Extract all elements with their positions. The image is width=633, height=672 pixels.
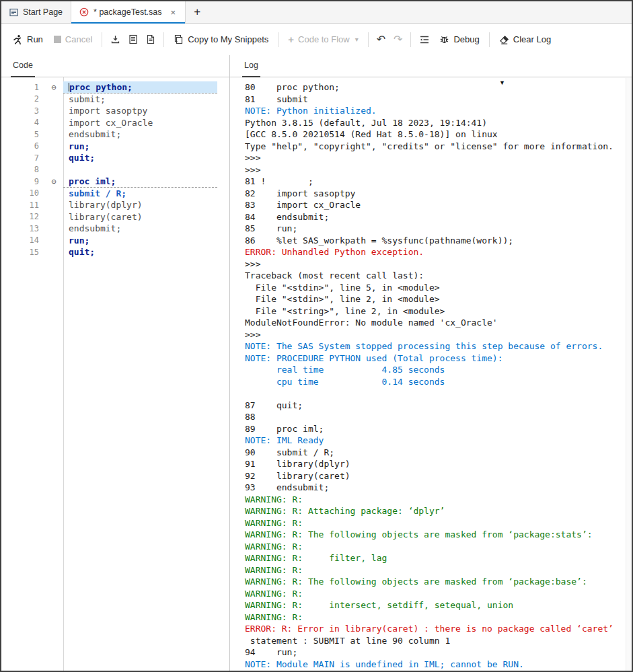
log-line: WARNING: R: Attaching package: ‘dplyr’	[245, 506, 624, 518]
new-tab-button[interactable]: +	[186, 1, 209, 23]
line-number: 5	[1, 130, 44, 139]
toolbar-separator	[102, 32, 102, 47]
chevron-down-icon: ▾	[355, 36, 359, 43]
code-text: proc iml;	[63, 176, 217, 188]
copy-icon	[174, 34, 184, 44]
log-line: ERROR: R: Error in library(caret) : ther…	[245, 624, 624, 636]
fold-toggle-icon[interactable]: ⊖	[44, 83, 63, 91]
format-code-icon	[419, 35, 430, 44]
log-line: 87 quit;	[245, 400, 624, 412]
log-line: NOTE: PROCEDURE PYTHON used (Total proce…	[245, 353, 624, 365]
log-line: 94 run;	[245, 647, 624, 659]
line-number: 8	[1, 165, 44, 174]
log-line: File "<stdin>", line 5, in <module>	[245, 283, 624, 295]
code-line-5[interactable]: 5endsubmit;	[1, 128, 229, 141]
undo-icon: ↶	[377, 34, 385, 45]
code-line-8[interactable]: 8	[1, 164, 229, 176]
log-line: 82 import sasoptpy	[245, 188, 624, 200]
log-panel-header: Log	[230, 55, 632, 77]
log-line: WARNING: R: The following objects are ma…	[245, 576, 624, 589]
submission-history-button[interactable]	[106, 30, 124, 48]
debug-button[interactable]: Debug	[434, 30, 484, 48]
stop-icon	[54, 36, 61, 43]
log-line: >>>	[245, 165, 624, 177]
log-line: Traceback (most recent call last):	[245, 270, 624, 283]
line-number: 15	[1, 248, 44, 257]
tab-start-page[interactable]: Start Page	[1, 1, 71, 23]
run-icon	[12, 34, 23, 45]
code-text: endsubmit;	[63, 223, 217, 235]
code-line-10[interactable]: 10submit / R;	[1, 188, 229, 200]
code-line-13[interactable]: 13endsubmit;	[1, 223, 229, 235]
code-text: import cx_Oracle	[63, 117, 217, 129]
page-export-button[interactable]	[142, 30, 159, 48]
close-tab-icon[interactable]: ×	[170, 7, 178, 17]
code-panel-header: Code	[1, 55, 229, 77]
log-line: WARNING: R:	[245, 565, 624, 577]
code-text: submit;	[63, 94, 217, 106]
line-number: 4	[1, 118, 44, 127]
tab-packagetest-sas[interactable]: * packageTest.sas ×	[71, 1, 186, 23]
line-number: 7	[1, 153, 44, 163]
log-line: 90 submit / R;	[245, 447, 624, 459]
scroll-top-indicator-icon: ▼	[499, 79, 505, 86]
line-number: 12	[1, 212, 44, 221]
code-line-14[interactable]: 14run;	[1, 235, 229, 247]
log-line: WARNING: R: The following objects are ma…	[245, 529, 624, 542]
clear-log-button[interactable]: Clear Log	[494, 30, 556, 48]
page-lines-icon	[128, 34, 138, 44]
line-number: 14	[1, 235, 44, 245]
line-number: 1	[1, 83, 44, 92]
log-line: ModuleNotFoundError: No module named 'cx…	[245, 318, 624, 330]
code-line-4[interactable]: 4import cx_Oracle	[1, 117, 229, 129]
code-text: endsubmit;	[63, 128, 217, 141]
code-panel: Code 1⊖proc python;2submit;3import sasop…	[1, 55, 230, 671]
tab-label: * packageTest.sas	[94, 7, 161, 17]
log-line: >>>	[245, 330, 624, 342]
line-number: 11	[1, 200, 44, 210]
code-line-1[interactable]: 1⊖proc python;	[1, 81, 229, 94]
text-cursor	[69, 83, 69, 91]
page-lines-button[interactable]	[124, 30, 142, 48]
code-line-7[interactable]: 7quit;	[1, 152, 229, 164]
code-editor[interactable]: 1⊖proc python;2submit;3import sasoptpy4i…	[1, 77, 229, 671]
start-page-icon	[9, 8, 18, 17]
run-button[interactable]: Run	[7, 30, 48, 49]
tab-log[interactable]: Log	[242, 61, 260, 77]
log-line: 92 library(caret)	[245, 471, 624, 483]
log-line: 88	[245, 412, 624, 424]
code-text: quit;	[63, 152, 217, 164]
fold-toggle-icon[interactable]: ⊖	[44, 178, 63, 186]
code-text: library(caret)	[63, 211, 217, 223]
document-tab-bar: Start Page * packageTest.sas × +	[1, 1, 632, 24]
eraser-icon	[499, 35, 509, 44]
toolbar-separator	[410, 32, 411, 47]
main-area: Code 1⊖proc python;2submit;3import sasop…	[1, 55, 632, 671]
log-line: 81 submit	[245, 94, 624, 106]
code-text	[63, 164, 217, 176]
code-line-2[interactable]: 2submit;	[1, 94, 229, 106]
log-line: WARNING: R:	[245, 542, 624, 554]
code-text: import sasoptpy	[63, 105, 217, 117]
line-number: 6	[1, 141, 44, 151]
log-line: WARNING: R:	[245, 518, 624, 530]
code-line-9[interactable]: 9⊖proc iml;	[1, 176, 229, 188]
format-code-button[interactable]	[415, 31, 434, 48]
code-line-11[interactable]: 11library(dplyr)	[1, 199, 229, 211]
code-line-6[interactable]: 6run;	[1, 141, 229, 153]
code-line-3[interactable]: 3import sasoptpy	[1, 105, 229, 117]
log-line: [GCC 8.5.0 20210514 (Red Hat 8.5.0-18)] …	[245, 129, 624, 141]
log-line: Python 3.8.15 (default, Jul 18 2023, 19:…	[245, 118, 624, 130]
redo-button: ↷	[389, 30, 406, 49]
log-line	[245, 388, 624, 400]
code-line-12[interactable]: 12library(caret)	[1, 211, 229, 223]
log-line: WARNING: R: filter, lag	[245, 553, 624, 565]
copy-to-snippets-button[interactable]: Copy to My Snippets	[168, 30, 274, 48]
page-export-icon	[146, 34, 155, 44]
log-scrollbar[interactable]	[626, 78, 632, 671]
code-editor-lines: 1⊖proc python;2submit;3import sasoptpy4i…	[1, 81, 229, 258]
undo-button[interactable]: ↶	[373, 30, 389, 49]
code-text: quit;	[63, 246, 217, 258]
code-line-15[interactable]: 15quit;	[1, 246, 229, 258]
tab-code[interactable]: Code	[11, 61, 35, 77]
